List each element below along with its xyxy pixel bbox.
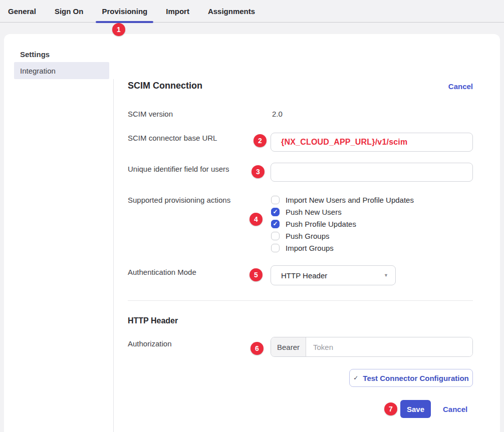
tab-provisioning[interactable]: Provisioning <box>102 0 147 23</box>
auth-mode-value: HTTP Header <box>281 271 327 280</box>
scim-version-value: 2.0 <box>272 110 283 118</box>
step-badge-3: 3 <box>251 165 265 178</box>
section-divider <box>128 300 473 301</box>
save-button[interactable]: Save <box>400 400 431 418</box>
checkbox-label: Push Groups <box>286 232 330 240</box>
step-badge-2: 2 <box>254 134 267 147</box>
scim-version-label: SCIM version <box>128 110 173 118</box>
chevron-down-icon: ▼ <box>384 273 388 278</box>
step-badge-5: 5 <box>249 268 263 281</box>
sidebar-item-integration[interactable]: Integration <box>14 62 109 79</box>
checkbox-label: Import New Users and Profile Updates <box>286 196 414 204</box>
unique-id-input[interactable] <box>271 163 473 182</box>
checkbox-label: Push Profile Updates <box>286 220 356 228</box>
authorization-label: Authorization <box>128 339 172 348</box>
checkbox-push-new-users[interactable]: ✓ <box>271 208 280 216</box>
sidebar-section-settings: Settings <box>20 50 50 59</box>
cancel-link-top[interactable]: Cancel <box>373 82 473 91</box>
checkbox-push-groups[interactable]: ✓ <box>271 232 280 240</box>
base-url-value: {NX_CLOUD_APP_URL}/v1/scim <box>278 138 407 147</box>
step-badge-7: 7 <box>384 402 397 415</box>
check-icon: ✓ <box>273 221 278 227</box>
http-header-title: HTTP Header <box>128 316 178 325</box>
app-tabbar: General Sign On Provisioning Import Assi… <box>0 0 504 23</box>
action-row: ✓ Push New Users <box>271 206 342 218</box>
checkbox-push-profile-updates[interactable]: ✓ <box>271 220 280 228</box>
step-badge-1: 1 <box>112 23 125 36</box>
authorization-input-group: Bearer <box>271 337 473 357</box>
action-row: ✓ Import New Users and Profile Updates <box>271 194 414 206</box>
auth-mode-select[interactable]: HTTP Header ▼ <box>271 265 396 285</box>
test-connector-label: Test Connector Configuration <box>363 374 468 382</box>
bearer-prefix: Bearer <box>271 337 306 356</box>
check-icon: ✓ <box>353 374 358 381</box>
step-badge-6: 6 <box>250 342 264 355</box>
auth-mode-label: Authentication Mode <box>128 268 196 276</box>
tab-assignments[interactable]: Assignments <box>208 0 255 23</box>
checkbox-import-new-users[interactable]: ✓ <box>271 196 280 204</box>
tab-import[interactable]: Import <box>166 0 189 23</box>
page: General Sign On Provisioning Import Assi… <box>0 0 504 432</box>
unique-id-label: Unique identifier field for users <box>128 165 229 173</box>
tab-general[interactable]: General <box>8 0 36 23</box>
test-connector-button[interactable]: ✓ Test Connector Configuration <box>349 369 473 387</box>
step-badge-4: 4 <box>249 213 263 226</box>
cancel-link-bottom[interactable]: Cancel <box>443 405 467 413</box>
base-url-input[interactable]: {NX_CLOUD_APP_URL}/v1/scim <box>271 133 473 152</box>
tab-sign-on[interactable]: Sign On <box>55 0 84 23</box>
action-row: ✓ Push Groups <box>271 230 330 242</box>
base-url-label: SCIM connector base URL <box>128 134 217 142</box>
checkbox-label: Import Groups <box>286 244 334 252</box>
token-input[interactable] <box>306 337 472 356</box>
page-title: SCIM Connection <box>128 81 202 91</box>
check-icon: ✓ <box>273 209 278 215</box>
checkbox-import-groups[interactable]: ✓ <box>271 244 280 252</box>
action-row: ✓ Import Groups <box>271 242 334 254</box>
action-row: ✓ Push Profile Updates <box>271 218 356 230</box>
sidebar-divider <box>113 79 114 432</box>
checkbox-label: Push New Users <box>286 208 342 216</box>
actions-label: Supported provisioning actions <box>128 196 230 204</box>
